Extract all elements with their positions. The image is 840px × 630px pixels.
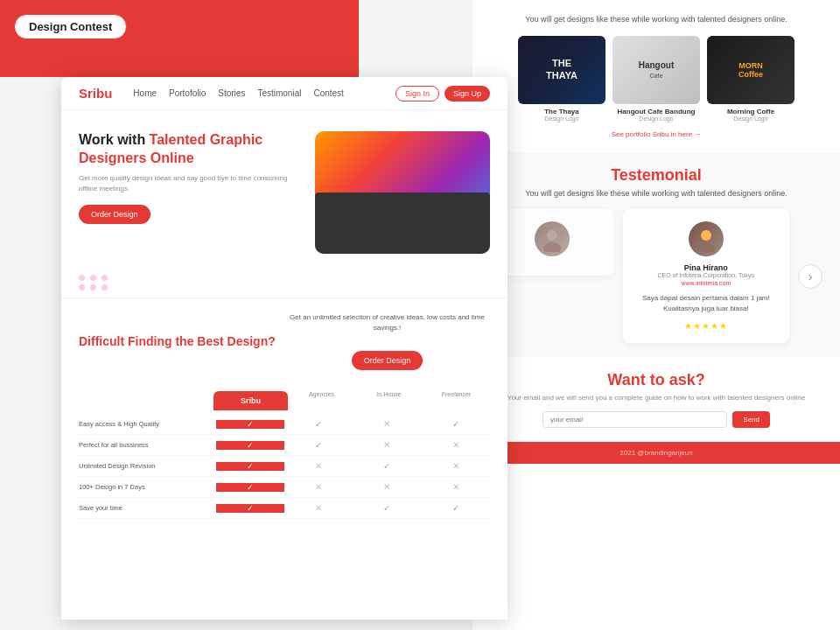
signin-button[interactable]: Sign In: [396, 86, 439, 102]
want-ask-title: Want to ask?: [490, 371, 822, 389]
footer: 2021 @brandinganjeun: [472, 442, 840, 464]
inhouse-check: ✓: [353, 461, 421, 471]
browser-window-left: Sribu Home Portofolio Stories Testimonia…: [61, 77, 508, 620]
table-row: Perfect for all bussiness ✓ ✓ ✕ ✕: [79, 435, 490, 456]
difficult-title: Difficult Finding the Best Design?: [79, 333, 284, 349]
agencies-cross: ✕: [284, 461, 353, 471]
testimonial-link[interactable]: www.infoteria.com: [635, 280, 777, 286]
portfolio-img-thaya: THETHAYA: [518, 36, 606, 104]
inhouse-cross: ✕: [353, 482, 421, 492]
testimonial-next-arrow[interactable]: ›: [798, 264, 822, 289]
testimonial-cards: Pina Hirano CEO of Infoteria Corporation…: [490, 209, 822, 343]
table-row: 100+ Design in 7 Days ✓ ✕ ✕ ✕: [79, 477, 490, 498]
dot: [90, 284, 96, 290]
nav-portfolio[interactable]: Portofolio: [169, 88, 206, 98]
col-feature-header: [79, 391, 214, 410]
thaya-logo-text: THETHAYA: [546, 58, 578, 80]
nav-logo[interactable]: Sribu: [79, 86, 112, 101]
freelancer-cross: ✕: [422, 482, 490, 492]
sribu-check: ✓: [216, 441, 284, 450]
want-ask-subtitle: Your email and we will send you a comple…: [490, 393, 822, 402]
table-header: Sribu Agencies In-House Freelancer: [79, 391, 490, 410]
portfolio-card-hangout: HangoutCafe Hangout Cafe Bandung Design …: [612, 36, 700, 122]
inhouse-cross: ✕: [353, 440, 421, 450]
freelancer-check: ✓: [422, 503, 490, 513]
freelancer-cross: ✕: [422, 440, 490, 450]
send-button[interactable]: Send: [732, 411, 770, 428]
navigation: Sribu Home Portofolio Stories Testimonia…: [61, 77, 508, 110]
hangout-logo-text: HangoutCafe: [635, 57, 678, 83]
nav-links: Home Portofolio Stories Testimonial Cont…: [133, 88, 396, 98]
difficult-right: Get an unlimited selection of creative i…: [284, 312, 490, 370]
portfolio-name-morning: Morning Coffe: [707, 108, 794, 116]
hangout-subtitle: Cafe: [649, 73, 662, 79]
row-label: Save your time: [79, 504, 216, 512]
agencies-check: ✓: [284, 419, 353, 429]
comparison-table: Sribu Agencies In-House Freelancer Easy …: [61, 384, 508, 533]
portfolio-type-hangout: Design Logo: [612, 116, 700, 122]
hero-order-button[interactable]: Order Design: [79, 205, 150, 224]
portfolio-name-thaya: The Thaya: [518, 108, 606, 116]
want-to-ask-section: Want to ask? Your email and we will send…: [472, 357, 840, 442]
testimonial-name: Pina Hirano: [635, 263, 777, 272]
portfolio-type-thaya: Design Logo: [518, 116, 606, 122]
portfolio-section: You will get designs like these while wo…: [472, 0, 840, 152]
email-input[interactable]: [542, 411, 727, 428]
difficult-description: Get an unlimited selection of creative i…: [284, 312, 490, 333]
col-inhouse-header: In-House: [355, 391, 423, 410]
dot: [102, 284, 108, 290]
hero-subtitle: Get more quality design ideas and say go…: [79, 173, 306, 194]
testimonial-subtitle: You will get designs like these while wo…: [490, 188, 822, 200]
hero-text: Work with Talented Graphic Designers Onl…: [79, 131, 315, 254]
hero-image: [315, 131, 490, 254]
svg-point-1: [543, 242, 561, 252]
testimonial-section: Testemonial You will get designs like th…: [472, 152, 840, 358]
footer-text: 2021 @brandinganjeun: [490, 449, 822, 457]
avatar-main: [689, 221, 724, 256]
portfolio-card-thaya: THETHAYA The Thaya Design Logo: [518, 36, 606, 122]
sribu-check: ✓: [216, 420, 284, 429]
portfolio-img-morning: MORNCoffee: [707, 36, 794, 104]
dots-row-1: [79, 275, 490, 281]
row-label: Easy access & High Quality: [79, 420, 216, 428]
svg-point-0: [547, 230, 557, 241]
signup-button[interactable]: Sign Up: [444, 86, 490, 102]
table-row: Easy access & High Quality ✓ ✓ ✕ ✓: [79, 414, 490, 435]
freelancer-check: ✓: [422, 419, 490, 429]
dot: [79, 284, 85, 290]
col-freelancer-header: Freelancer: [423, 391, 490, 410]
morning-logo-text: MORNCoffee: [738, 61, 763, 79]
dots-row-2: [79, 284, 490, 290]
portfolio-name-hangout: Hangout Cafe Bandung: [612, 108, 700, 116]
dot: [90, 275, 96, 281]
difficult-order-button[interactable]: Order Design: [352, 351, 424, 370]
nav-contest[interactable]: Contest: [313, 88, 343, 98]
row-label: Perfect for all bussiness: [79, 441, 216, 449]
portfolio-type-morning: Design Logo: [707, 116, 794, 122]
difficult-section: Difficult Finding the Best Design? Get a…: [61, 298, 508, 384]
sribu-check: ✓: [216, 462, 284, 471]
col-sribu-header: Sribu: [214, 391, 288, 410]
portfolio-subtitle: You will get designs like these while wo…: [490, 14, 822, 25]
testimonial-stars: ★★★★★: [635, 321, 777, 331]
hero-section: Work with Talented Graphic Designers Onl…: [61, 110, 508, 268]
nav-testimonial[interactable]: Testimonial: [257, 88, 301, 98]
row-label: 100+ Design in 7 Days: [79, 483, 216, 491]
avatar-icon-main: [693, 226, 719, 252]
avatar-icon-small: [539, 226, 565, 252]
nav-stories[interactable]: Stories: [218, 88, 245, 98]
testimonial-role: CEO of Infoteria Corporation, Tokyo: [635, 272, 777, 278]
design-contest-tag[interactable]: Design Contest: [14, 14, 127, 39]
avatar-small: [535, 221, 570, 256]
testimonial-title: Testemonial: [490, 166, 822, 185]
freelancer-cross: ✕: [422, 461, 490, 471]
inhouse-check: ✓: [353, 503, 421, 513]
dot: [79, 275, 85, 281]
portfolio-img-hangout: HangoutCafe: [612, 36, 700, 104]
portfolio-grid: THETHAYA The Thaya Design Logo HangoutCa…: [490, 36, 822, 122]
hero-title: Work with Talented Graphic Designers Onl…: [79, 131, 306, 168]
see-more-link[interactable]: See portfolio Sribu in here →: [490, 130, 822, 138]
table-row: Save your time ✓ ✕ ✓ ✓: [79, 498, 490, 519]
hero-title-plain: Work with: [79, 132, 150, 147]
nav-home[interactable]: Home: [133, 88, 157, 98]
